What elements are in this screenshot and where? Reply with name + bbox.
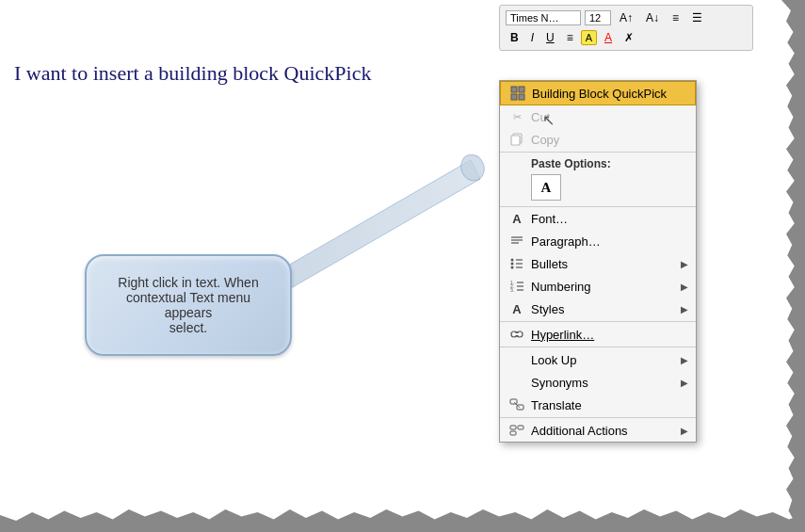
copy-icon (507, 132, 526, 147)
cut-icon: ✂ (507, 109, 526, 124)
additional-actions-icon (507, 423, 526, 438)
menu-item-paragraph[interactable]: Paragraph… (500, 230, 696, 252)
additional-actions-label: Additional Actions (531, 424, 681, 438)
svg-point-10 (511, 259, 514, 262)
svg-rect-4 (519, 94, 524, 100)
font-color-button[interactable]: A (600, 29, 617, 46)
menu-item-copy[interactable]: Copy (500, 128, 696, 153)
synonyms-icon (507, 375, 526, 390)
lookup-label: Look Up (531, 353, 681, 367)
shrink-font-button[interactable]: A↓ (641, 9, 664, 26)
numbering-arrow: ▶ (681, 282, 688, 292)
translate-label: Translate (531, 398, 688, 412)
building-block-label: Building Block QuickPick (532, 87, 687, 101)
svg-text:3.: 3. (510, 287, 514, 293)
menu-item-cut[interactable]: ✂ Cut (500, 105, 696, 128)
document-main-text: I want to insert a building block QuickP… (14, 61, 371, 86)
copy-label: Copy (531, 133, 688, 147)
menu-item-translate[interactable]: Translate (500, 394, 696, 418)
svg-rect-27 (510, 399, 517, 404)
font-name-input[interactable] (506, 10, 581, 25)
hyperlink-icon (507, 327, 526, 342)
additional-actions-arrow: ▶ (681, 426, 688, 436)
synonyms-label: Synonyms (531, 376, 681, 390)
menu-item-styles[interactable]: A Styles ▶ (500, 298, 696, 322)
numbering-label: Numbering (531, 280, 681, 294)
callout-text-line2: contextual Text menu appears (126, 290, 250, 320)
menu-item-synonyms[interactable]: Synonyms ▶ (500, 371, 696, 394)
menu-item-building-block-quickpick[interactable]: Building Block QuickPick (500, 81, 696, 105)
svg-rect-32 (518, 426, 523, 429)
paste-options-section: Paste Options: A (500, 153, 696, 207)
bullets-arrow: ▶ (681, 259, 688, 269)
center-button[interactable]: ≡ (562, 29, 578, 46)
callout-text-line3: select. (169, 320, 207, 335)
highlight-button[interactable]: A (581, 30, 597, 45)
svg-point-12 (511, 266, 514, 269)
bold-button[interactable]: B (506, 29, 523, 46)
svg-point-11 (511, 263, 514, 266)
svg-rect-30 (510, 426, 516, 429)
indent-button[interactable]: ≡ (668, 9, 684, 26)
callout-bubble: Right click in text. When contextual Tex… (85, 254, 292, 356)
translate-icon (507, 397, 526, 412)
svg-rect-31 (510, 431, 516, 435)
paste-options-label: Paste Options: (531, 157, 688, 170)
font-size-input[interactable] (585, 10, 611, 25)
menu-item-numbering[interactable]: 1. 2. 3. Numbering ▶ (500, 275, 696, 298)
svg-point-0 (458, 152, 488, 185)
styles-arrow: ▶ (681, 304, 688, 314)
clear-format-button[interactable]: ✗ (620, 29, 638, 46)
mini-toolbar: A↑ A↓ ≡ ☰ B I U ≡ A A ✗ (499, 5, 753, 51)
italic-button[interactable]: I (526, 29, 539, 46)
menu-item-hyperlink[interactable]: Hyperlink… (500, 323, 696, 347)
paragraph-label: Paragraph… (531, 234, 688, 249)
underline-button[interactable]: U (541, 29, 559, 46)
font-label: Font… (531, 212, 688, 226)
torn-right-edge (781, 0, 805, 532)
styles-icon: A (507, 301, 526, 316)
bullets-label: Bullets (531, 257, 681, 271)
styles-label: Styles (531, 302, 681, 316)
numbering-icon: 1. 2. 3. (507, 279, 526, 294)
synonyms-arrow: ▶ (681, 378, 688, 388)
svg-rect-1 (511, 87, 517, 92)
lookup-arrow: ▶ (681, 355, 688, 365)
building-block-icon (508, 86, 527, 101)
svg-rect-3 (511, 94, 517, 100)
menu-item-additional-actions[interactable]: Additional Actions ▶ (500, 419, 696, 442)
font-icon: A (507, 211, 526, 226)
callout-text-line1: Right click in text. When (118, 275, 258, 290)
context-menu: Building Block QuickPick ✂ Cut Copy Past… (499, 80, 697, 443)
bullets-icon (507, 256, 526, 271)
svg-rect-6 (511, 136, 520, 145)
grow-font-button[interactable]: A↑ (615, 9, 637, 26)
lookup-icon (507, 352, 526, 367)
paragraph-icon (507, 234, 526, 249)
svg-rect-2 (519, 87, 524, 92)
menu-item-bullets[interactable]: Bullets ▶ (500, 252, 696, 275)
hyperlink-label: Hyperlink… (531, 328, 688, 342)
menu-item-font[interactable]: A Font… (500, 207, 696, 230)
paste-keep-source-button[interactable]: A (531, 174, 561, 201)
menu-item-lookup[interactable]: Look Up ▶ (500, 348, 696, 371)
bullets-toolbar-button[interactable]: ☰ (687, 9, 707, 26)
torn-bottom-edge (0, 504, 805, 532)
cut-label: Cut (531, 110, 688, 124)
